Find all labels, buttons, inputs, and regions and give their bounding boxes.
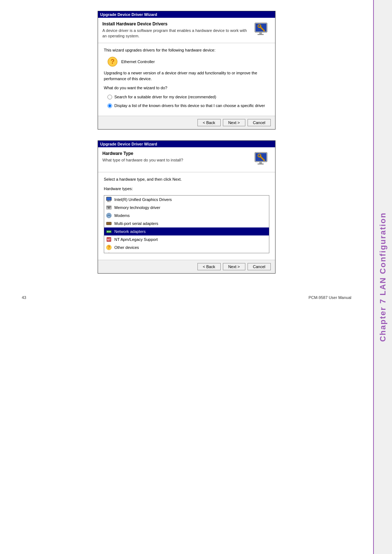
chapter-bar: Chapter 7 LAN Configuration — [373, 0, 392, 554]
svg-point-28 — [110, 223, 111, 224]
wizard2-header-title: Hardware Type — [102, 151, 250, 156]
list-item-network-adapters[interactable]: Network adapters — [104, 227, 269, 235]
svg-text:NT: NT — [107, 238, 111, 241]
list-item[interactable]: Modems — [104, 212, 269, 219]
wizard1-intro: This wizard upgrades drivers for the fol… — [104, 48, 269, 53]
nt-apm-icon: NT — [106, 236, 112, 243]
main-content: Upgrade Device Driver Wizard Install Har… — [0, 0, 373, 314]
list-item-label: Network adapters — [114, 229, 146, 234]
list-item[interactable]: Multi-port serial adapters — [104, 219, 269, 227]
wizard2-buttons: < Back Next > Cancel — [98, 260, 275, 273]
svg-rect-31 — [109, 231, 110, 232]
svg-rect-3 — [258, 34, 264, 35]
svg-rect-32 — [110, 231, 111, 232]
radio-item-2: Display a list of the known drivers for … — [107, 103, 269, 108]
list-item-label: Other devices — [114, 245, 139, 250]
list-item[interactable]: ? Other devices — [104, 243, 269, 251]
chapter-bar-text: Chapter 7 LAN Configuration — [378, 212, 388, 342]
wizard2-content: Select a hardware type, and then click N… — [98, 172, 275, 260]
wizard1-header-title: Install Hardware Device Drivers — [102, 21, 250, 26]
radio-display-list[interactable] — [107, 103, 112, 108]
svg-point-22 — [108, 207, 110, 209]
list-item-label: Memory technology driver — [114, 205, 160, 210]
pcmcia-icon — [106, 252, 112, 253]
wizard1-radio-group: Search for a suitable driver for my devi… — [104, 94, 269, 108]
hw-driver-icon — [253, 21, 271, 39]
radio-search[interactable] — [107, 95, 112, 99]
list-item-label: Intel(R) Unified Graphics Drivers — [114, 197, 172, 202]
wizard1-header: Install Hardware Device Drivers A device… — [98, 18, 275, 43]
radio1-label: Search for a suitable driver for my devi… — [114, 94, 216, 100]
list-item-label: NT Apm/Legacy Support — [114, 237, 158, 242]
radio-item-1: Search for a suitable driver for my devi… — [107, 94, 269, 100]
wizard1-dialog: Upgrade Device Driver Wizard Install Har… — [98, 11, 275, 130]
svg-point-27 — [109, 223, 109, 224]
wizard1-cancel-button[interactable]: Cancel — [248, 119, 271, 126]
device-row: ? Ethernet Controller — [104, 57, 269, 67]
list-item[interactable]: NT NT Apm/Legacy Support — [104, 235, 269, 243]
svg-point-23 — [106, 213, 111, 218]
wizard2-select-text: Select a hardware type, and then click N… — [104, 177, 269, 182]
wizard2-header-icon — [253, 151, 271, 168]
svg-point-26 — [107, 223, 108, 224]
svg-rect-18 — [108, 201, 109, 201]
ethernet-question-icon: ? — [107, 57, 118, 67]
wizard1-header-text: Install Hardware Device Drivers A device… — [102, 21, 250, 39]
wizard2-header: Hardware Type What type of hardware do y… — [98, 147, 275, 172]
wizard1-body: Install Hardware Device Drivers A device… — [98, 18, 275, 116]
wizard1-content: This wizard upgrades drivers for the fol… — [98, 43, 275, 116]
list-item[interactable]: Memory technology driver — [104, 204, 269, 212]
wizard2-header-text: Hardware Type What type of hardware do y… — [102, 151, 250, 163]
wizard1-question: What do you want the wizard to do? — [104, 85, 269, 91]
svg-text:?: ? — [107, 245, 110, 250]
svg-text:?: ? — [111, 58, 115, 65]
svg-rect-19 — [107, 201, 111, 202]
list-item-label: Modems — [114, 213, 130, 218]
hw-type-list[interactable]: Intel(R) Unified Graphics Drivers Memory… — [104, 195, 269, 253]
page-footer: 43 PCM-9587 User Manual — [15, 292, 359, 303]
svg-rect-2 — [260, 32, 262, 34]
svg-rect-30 — [107, 231, 108, 232]
device-name: Ethernet Controller — [121, 59, 155, 64]
wizard2-titlebar: Upgrade Device Driver Wizard — [98, 141, 275, 147]
radio2-label: Display a list of the known drivers for … — [114, 103, 265, 108]
list-item-label: Multi-port serial adapters — [114, 221, 158, 226]
modem-icon — [106, 212, 112, 219]
wizard1-buttons: < Back Next > Cancel — [98, 116, 275, 129]
device-icon: ? — [107, 57, 118, 67]
svg-point-37 — [106, 253, 111, 253]
intel-graphics-icon — [106, 196, 112, 203]
svg-rect-12 — [258, 164, 264, 164]
wizard1-back-button[interactable]: < Back — [197, 119, 221, 126]
manual-title: PCM-9587 User Manual — [309, 295, 351, 300]
wizard1-next-button[interactable]: Next > — [223, 119, 245, 126]
other-devices-icon: ? — [106, 244, 112, 251]
hw-driver-icon-2 — [253, 151, 271, 168]
page-number: 43 — [22, 295, 26, 300]
memory-tech-icon — [106, 204, 112, 211]
wizard1-upgrade-text: Upgrading to a newer version of a device… — [104, 70, 269, 82]
list-item[interactable]: Intel(R) Unified Graphics Drivers — [104, 196, 269, 204]
wizard1-header-icon — [253, 21, 271, 39]
wizard2-dialog: Upgrade Device Driver Wizard Hardware Ty… — [98, 140, 275, 274]
svg-rect-17 — [107, 197, 111, 200]
wizard2-next-button[interactable]: Next > — [223, 263, 245, 270]
wizard2-cancel-button[interactable]: Cancel — [248, 263, 271, 270]
wizard1-titlebar: Upgrade Device Driver Wizard — [98, 11, 275, 18]
network-adapter-icon — [106, 228, 112, 235]
wizard2-back-button[interactable]: < Back — [197, 263, 221, 270]
list-item[interactable]: PCMCIA adapters — [104, 251, 269, 253]
multiport-icon — [106, 220, 112, 227]
svg-rect-11 — [260, 162, 262, 164]
wizard1-header-subtitle: A device driver is a software program th… — [102, 28, 250, 39]
wizard2-hw-types-label: Hardware types: — [104, 186, 269, 192]
wizard2-body: Hardware Type What type of hardware do y… — [98, 147, 275, 260]
wizard2-header-subtitle: What type of hardware do you want to ins… — [102, 157, 250, 163]
